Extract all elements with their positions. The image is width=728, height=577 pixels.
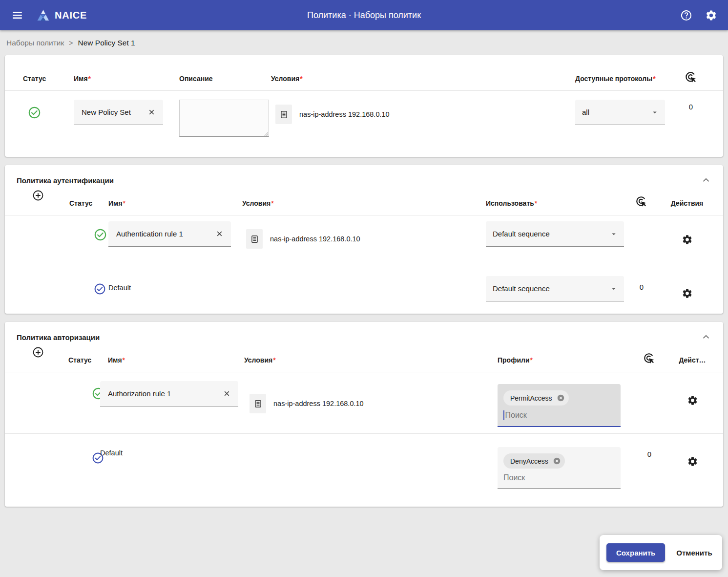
brand-name: NAICE [55, 10, 87, 21]
chip-remove-icon[interactable] [556, 393, 565, 403]
column-header-actions: Действия [663, 187, 711, 215]
hits-icon [670, 55, 711, 90]
hits-count: 0 [647, 450, 651, 507]
condition-text: nas-ip-address 192.168.0.10 [299, 110, 390, 118]
column-header-conditions: Условия* [270, 55, 573, 90]
condition-item: nas-ip-address 192.168.0.10 [244, 394, 498, 413]
add-rule-icon[interactable] [32, 346, 44, 358]
column-header-description: Описание [166, 55, 270, 90]
help-icon[interactable] [680, 9, 692, 21]
policy-set-card: Статус Имя* Описание Условия* Доступные … [5, 55, 723, 157]
status-enabled-icon[interactable] [28, 106, 41, 119]
hits-count: 0 [689, 103, 693, 157]
profile-chip-label: PermitAccess [510, 394, 552, 402]
condition-doc-icon[interactable] [246, 229, 263, 249]
sequence-selected-value: Default sequence [493, 284, 550, 293]
column-header-status: Статус [46, 343, 89, 372]
dropdown-arrow-icon [609, 284, 618, 293]
column-header-name: Имя* [62, 55, 166, 90]
logo-triangle-icon [36, 8, 50, 22]
add-rule-icon[interactable] [32, 190, 44, 201]
footer-actions-bar: Сохранить Отменить [600, 535, 722, 570]
row-actions-gear-icon[interactable] [687, 456, 698, 507]
profile-chip[interactable]: PermitAccess [503, 390, 569, 406]
rule-name-field [100, 381, 238, 406]
section-title-authentication: Политика аутентификации [17, 176, 114, 185]
sequence-select[interactable]: Default sequence [486, 221, 624, 247]
column-header-conditions: Условия* [228, 343, 498, 372]
policy-set-description-textarea[interactable] [179, 100, 269, 137]
column-header-use: Использовать* [481, 187, 621, 215]
collapse-chevron-up-icon[interactable] [701, 332, 711, 342]
authorization-default-row: Default DenyAccess Поиск 0 [5, 434, 723, 507]
condition-text: nas-ip-address 192.168.0.10 [270, 235, 360, 243]
dropdown-arrow-icon [609, 230, 618, 238]
hits-icon [621, 187, 663, 215]
row-actions-gear-icon[interactable] [687, 395, 698, 433]
policy-set-name-input[interactable] [76, 108, 145, 116]
clear-name-icon[interactable] [212, 227, 226, 241]
chip-remove-icon[interactable] [552, 456, 562, 466]
authorization-policy-card: Политика авторизации Статус Имя* Условия… [5, 322, 723, 507]
column-header-status: Статус [46, 187, 91, 215]
condition-doc-icon[interactable] [250, 394, 266, 413]
condition-item: nas-ip-address 192.168.0.10 [271, 105, 573, 124]
save-button[interactable]: Сохранить [606, 543, 665, 562]
breadcrumb: Наборы политик > New Policy Set 1 [0, 30, 728, 55]
rule-name-input[interactable] [110, 230, 212, 238]
rule-name-field [108, 221, 231, 247]
text-caret [503, 410, 504, 420]
breadcrumb-parent-link[interactable]: Наборы политик [6, 39, 64, 47]
row-actions-gear-icon[interactable] [682, 234, 693, 268]
column-header-protocols: Доступные протоколы* [573, 55, 670, 90]
hits-icon [625, 343, 673, 372]
settings-gear-icon[interactable] [705, 9, 717, 21]
condition-item: nas-ip-address 192.168.0.10 [242, 229, 481, 249]
profile-chip-label: DenyAccess [510, 457, 548, 465]
policy-set-row: nas-ip-address 192.168.0.10 all 0 [5, 91, 723, 157]
protocols-select[interactable]: all [575, 100, 665, 125]
menu-icon[interactable] [11, 9, 23, 21]
sequence-select[interactable]: Default sequence [486, 276, 624, 301]
hits-count: 0 [640, 283, 644, 314]
authentication-rule-row: nas-ip-address 192.168.0.10 Default sequ… [5, 215, 723, 268]
authentication-default-row: Default Default sequence 0 [5, 268, 723, 314]
column-header-status: Статус [17, 55, 62, 90]
page-title: Политика · Наборы политик [0, 10, 728, 21]
column-header-conditions: Условия* [228, 187, 481, 215]
default-rule-label: Default [100, 449, 123, 457]
default-rule-label: Default [108, 284, 131, 292]
policy-set-name-field [74, 100, 163, 125]
condition-text: nas-ip-address 192.168.0.10 [273, 400, 364, 407]
brand-logo[interactable]: NAICE [36, 8, 87, 22]
profiles-field[interactable]: PermitAccess Поиск [498, 384, 621, 427]
column-header-name: Имя* [91, 187, 228, 215]
profiles-field[interactable]: DenyAccess Поиск [498, 447, 621, 489]
profiles-search-placeholder: Поиск [503, 473, 525, 482]
app-bar: NAICE Политика · Наборы политик [0, 0, 728, 30]
authentication-policy-card: Политика аутентификации Статус Имя* Усло… [5, 165, 723, 314]
protocols-selected-value: all [582, 108, 589, 116]
profile-chip[interactable]: DenyAccess [503, 453, 565, 469]
profiles-search-placeholder: Поиск [505, 411, 527, 420]
clear-name-icon[interactable] [145, 106, 158, 119]
breadcrumb-separator: > [69, 39, 73, 47]
dropdown-arrow-icon [650, 108, 659, 117]
column-header-profiles: Профили* [498, 343, 625, 372]
column-header-name: Имя* [89, 343, 228, 372]
column-header-actions: Дейст… [673, 343, 711, 372]
cancel-button[interactable]: Отменить [675, 549, 713, 557]
collapse-chevron-up-icon[interactable] [701, 175, 711, 186]
section-title-authorization: Политика авторизации [17, 333, 100, 342]
rule-name-input[interactable] [102, 389, 220, 398]
condition-doc-icon[interactable] [275, 105, 292, 124]
breadcrumb-current: New Policy Set 1 [78, 39, 135, 47]
sequence-selected-value: Default sequence [493, 230, 550, 238]
authorization-rule-row: nas-ip-address 192.168.0.10 PermitAccess… [5, 372, 723, 433]
row-actions-gear-icon[interactable] [682, 288, 693, 314]
